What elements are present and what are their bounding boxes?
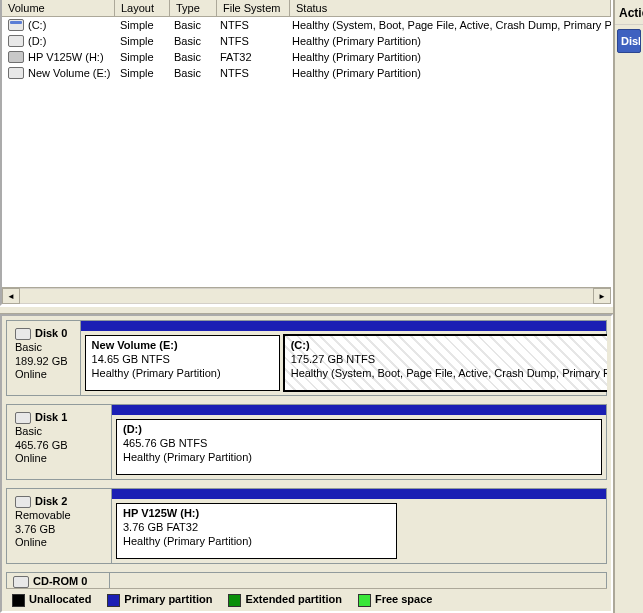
col-type[interactable]: Type <box>170 0 217 16</box>
volume-name: (C:) <box>28 19 46 31</box>
col-filesystem[interactable]: File System <box>217 0 290 16</box>
partition-title: HP V125W (H:) <box>123 507 199 519</box>
disk-kind: Basic <box>15 425 105 439</box>
scroll-right-button[interactable]: ► <box>593 288 611 304</box>
pane-splitter[interactable] <box>0 306 613 314</box>
disk-title: Disk 2 <box>35 495 67 509</box>
volume-list: Volume Layout Type File System Status (C… <box>0 0 613 306</box>
disk-icon <box>15 496 31 508</box>
cdrom-icon <box>13 576 29 588</box>
partition[interactable]: New Volume (E:)14.65 GB NTFSHealthy (Pri… <box>85 335 280 391</box>
drive-icon <box>8 67 24 79</box>
volume-layout: Simple <box>114 18 168 32</box>
legend: Unallocated Primary partition Extended p… <box>6 588 607 611</box>
scroll-left-button[interactable]: ◄ <box>2 288 20 304</box>
volume-status: Healthy (System, Boot, Page File, Active… <box>286 18 611 32</box>
disk-graphical-pane: Disk 0Basic189.92 GBOnlineNew Volume (E:… <box>0 314 613 613</box>
partition[interactable]: (D:)465.76 GB NTFSHealthy (Primary Parti… <box>116 419 602 475</box>
partition[interactable]: (C:)175.27 GB NTFSHealthy (System, Boot,… <box>284 335 607 391</box>
disk-size: 465.76 GB <box>15 439 105 453</box>
volume-type: Basic <box>168 34 214 48</box>
disk-kind: Removable <box>15 509 105 523</box>
col-layout[interactable]: Layout <box>115 0 170 16</box>
volume-row[interactable]: (C:)SimpleBasicNTFSHealthy (System, Boot… <box>2 17 611 33</box>
partition-size: 465.76 GB NTFS <box>123 437 207 449</box>
partition-status: Healthy (System, Boot, Page File, Active… <box>291 367 607 381</box>
partition-status: Healthy (Primary Partition) <box>92 367 273 381</box>
disk-state: Online <box>15 452 105 466</box>
volume-name: New Volume (E:) <box>28 67 111 79</box>
disk-icon <box>15 412 31 424</box>
legend-extended: Extended partition <box>228 593 342 607</box>
cdrom-row[interactable]: CD-ROM 0 <box>6 572 607 588</box>
partition-title: New Volume (E:) <box>92 339 178 351</box>
partition-size: 3.76 GB FAT32 <box>123 521 198 533</box>
volume-type: Basic <box>168 18 214 32</box>
volume-list-hscroll[interactable]: ◄ ► <box>2 287 611 304</box>
disk-meta: Disk 2Removable3.76 GBOnline <box>7 489 112 563</box>
volume-type: Basic <box>168 66 214 80</box>
volume-status: Healthy (Primary Partition) <box>286 50 611 64</box>
cdrom-title: CD-ROM 0 <box>33 575 87 588</box>
disk-state: Online <box>15 368 74 382</box>
disk-row[interactable]: Disk 0Basic189.92 GBOnlineNew Volume (E:… <box>6 320 607 396</box>
volume-type: Basic <box>168 50 214 64</box>
disk-color-bar <box>81 321 606 331</box>
disk-title: Disk 1 <box>35 411 67 425</box>
volume-layout: Simple <box>114 66 168 80</box>
disk-icon <box>15 328 31 340</box>
col-volume[interactable]: Volume <box>2 0 115 16</box>
partition-size: 175.27 GB NTFS <box>291 353 375 365</box>
legend-unallocated: Unallocated <box>12 593 91 607</box>
partition-status: Healthy (Primary Partition) <box>123 535 390 549</box>
scroll-track[interactable] <box>20 288 593 304</box>
actions-header: Actions <box>615 0 643 25</box>
volume-row[interactable]: HP V125W (H:)SimpleBasicFAT32Healthy (Pr… <box>2 49 611 65</box>
disk-color-bar <box>112 489 606 499</box>
disk-title: Disk 0 <box>35 327 67 341</box>
disk-meta: Disk 0Basic189.92 GBOnline <box>7 321 81 395</box>
drive-icon <box>8 35 24 47</box>
partition[interactable]: HP V125W (H:)3.76 GB FAT32Healthy (Prima… <box>116 503 397 559</box>
volume-status: Healthy (Primary Partition) <box>286 34 611 48</box>
volume-row[interactable]: New Volume (E:)SimpleBasicNTFSHealthy (P… <box>2 65 611 81</box>
volume-fs: FAT32 <box>214 50 286 64</box>
legend-free: Free space <box>358 593 432 607</box>
volume-fs: NTFS <box>214 18 286 32</box>
disk-state: Online <box>15 536 105 550</box>
drive-icon <box>8 19 24 31</box>
disk-row[interactable]: Disk 2Removable3.76 GBOnlineHP V125W (H:… <box>6 488 607 564</box>
disk-row[interactable]: Disk 1Basic465.76 GBOnline(D:)465.76 GB … <box>6 404 607 480</box>
volume-list-header: Volume Layout Type File System Status <box>2 0 611 17</box>
partition-status: Healthy (Primary Partition) <box>123 451 595 465</box>
disk-size: 189.92 GB <box>15 355 74 369</box>
partition-size: 14.65 GB NTFS <box>92 353 170 365</box>
disk-kind: Basic <box>15 341 74 355</box>
volume-name: HP V125W (H:) <box>28 51 104 63</box>
volume-layout: Simple <box>114 50 168 64</box>
volume-name: (D:) <box>28 35 46 47</box>
actions-pane: Actions Disk Management <box>613 0 643 613</box>
actions-disk-management[interactable]: Disk Management <box>617 29 641 53</box>
disk-meta: Disk 1Basic465.76 GBOnline <box>7 405 112 479</box>
volume-fs: NTFS <box>214 34 286 48</box>
legend-primary: Primary partition <box>107 593 212 607</box>
disk-size: 3.76 GB <box>15 523 105 537</box>
volume-layout: Simple <box>114 34 168 48</box>
volume-fs: NTFS <box>214 66 286 80</box>
volume-status: Healthy (Primary Partition) <box>286 66 611 80</box>
drive-icon <box>8 51 24 63</box>
partition-title: (D:) <box>123 423 142 435</box>
volume-row[interactable]: (D:)SimpleBasicNTFSHealthy (Primary Part… <box>2 33 611 49</box>
col-status[interactable]: Status <box>290 0 611 16</box>
disk-color-bar <box>112 405 606 415</box>
partition-title: (C:) <box>291 339 310 351</box>
